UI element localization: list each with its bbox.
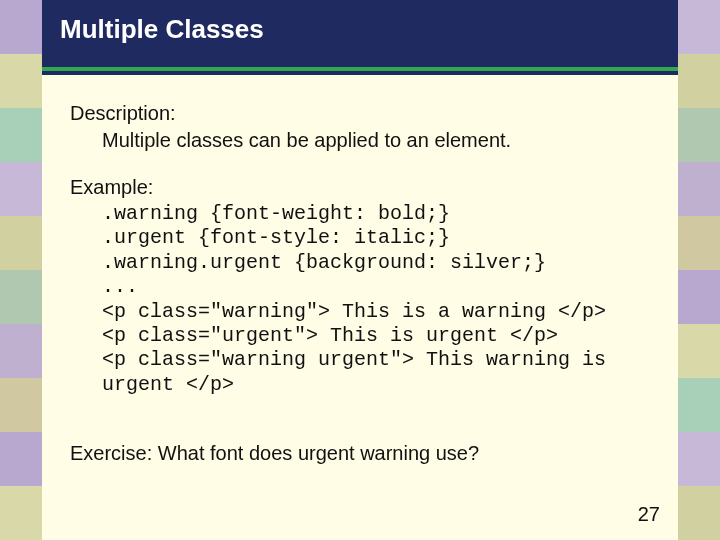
slide-title: Multiple Classes <box>60 14 660 45</box>
left-decorative-strip <box>0 0 42 540</box>
example-code: .warning {font-weight: bold;} .urgent {f… <box>70 202 640 397</box>
example-label: Example: <box>70 175 650 200</box>
description-text: Multiple classes can be applied to an el… <box>70 128 650 153</box>
exercise-text: Exercise: What font does urgent warning … <box>70 441 650 466</box>
body-area: Description: Multiple classes can be app… <box>42 71 678 466</box>
page-number: 27 <box>638 503 660 526</box>
slide-content: Multiple Classes Description: Multiple c… <box>42 0 678 540</box>
description-label: Description: <box>70 101 650 126</box>
title-band: Multiple Classes <box>42 0 678 71</box>
right-decorative-strip <box>678 0 720 540</box>
slide: Multiple Classes Description: Multiple c… <box>0 0 720 540</box>
